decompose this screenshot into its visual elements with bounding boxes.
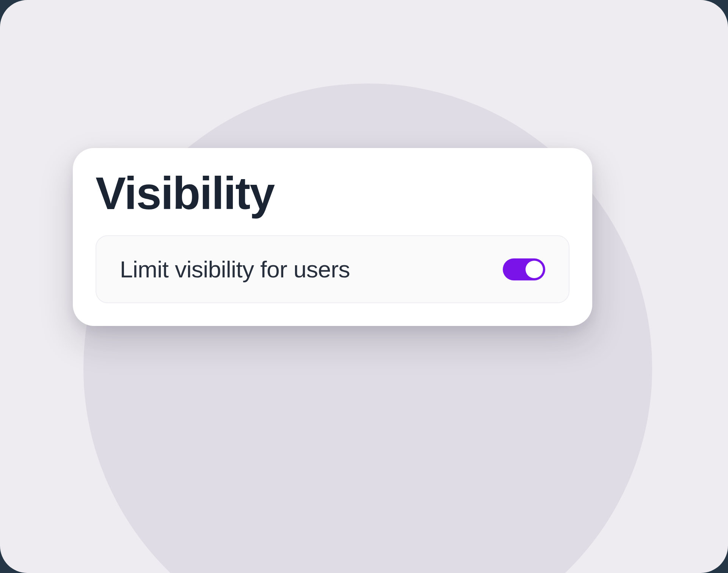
- canvas-background: Visibility Limit visibility for users: [0, 0, 728, 573]
- card-title: Visibility: [96, 169, 570, 217]
- toggle-knob: [526, 261, 543, 278]
- setting-label: Limit visibility for users: [120, 256, 350, 283]
- visibility-card: Visibility Limit visibility for users: [73, 148, 592, 326]
- limit-visibility-toggle[interactable]: [503, 258, 545, 280]
- setting-row-limit-visibility: Limit visibility for users: [96, 235, 570, 303]
